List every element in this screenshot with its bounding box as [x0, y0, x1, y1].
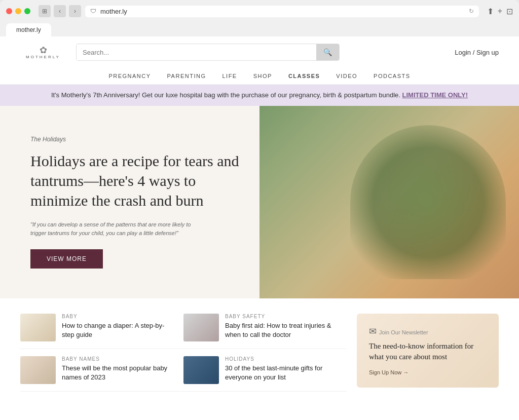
header-top: ✿ MOTHERLY 🔍 Login / Sign up: [20, 36, 499, 68]
security-icon: 🛡: [90, 8, 96, 15]
hero-category: The Holidays: [30, 136, 239, 143]
nav-video[interactable]: VIDEO: [336, 73, 357, 79]
hero-content: The Holidays Holidays are a recipe for t…: [0, 106, 260, 298]
nav-pregnancy[interactable]: PREGNANCY: [108, 73, 151, 79]
traffic-lights: [6, 8, 30, 14]
site-nav: PREGNANCY PARENTING LIFE SHOP CLASSES VI…: [20, 68, 499, 84]
address-bar[interactable]: 🛡 mother.ly ↻: [85, 6, 479, 17]
article-title[interactable]: These will be the most popular baby name…: [62, 364, 173, 382]
site-header: ✿ MOTHERLY 🔍 Login / Sign up PREGNANCY P…: [0, 36, 519, 85]
tabs-icon[interactable]: ⊡: [506, 7, 513, 16]
article-thumbnail: [183, 356, 219, 384]
article-meta: Holidays 30 of the best last-minute gift…: [225, 356, 337, 382]
browser-titlebar: ⊞ ‹ › 🛡 mother.ly ↻ ⬆ + ⊡: [6, 5, 513, 17]
article-col-right: Baby Safety Baby first aid: How to treat…: [183, 307, 347, 395]
hero-quote: "If you can develop a sense of the patte…: [30, 220, 193, 237]
site-logo[interactable]: ✿ MOTHERLY: [20, 46, 66, 59]
newsletter-signup-button[interactable]: Sign Up Now →: [369, 369, 487, 375]
website-content: ✿ MOTHERLY 🔍 Login / Sign up PREGNANCY P…: [0, 36, 519, 420]
refresh-icon[interactable]: ↻: [469, 8, 474, 15]
list-item[interactable]: Baby How to change a diaper: A step-by-s…: [20, 307, 183, 349]
hero-title: Holidays are a recipe for tears and tant…: [30, 151, 239, 210]
nav-podcasts[interactable]: PODCASTS: [374, 73, 411, 79]
email-icon: ✉ Join Our Newsletter: [369, 326, 487, 337]
list-item[interactable]: Holidays 30 of the best last-minute gift…: [183, 349, 347, 392]
promo-banner[interactable]: It's Motherly's 7th Anniversary! Get our…: [0, 85, 519, 106]
search-icon: 🔍: [323, 48, 332, 56]
hero-photo: [260, 106, 519, 298]
search-button[interactable]: 🔍: [316, 44, 339, 60]
article-thumbnail: [183, 314, 219, 341]
article-title[interactable]: 30 of the best last-minute gifts for eve…: [225, 364, 337, 382]
nav-life[interactable]: LIFE: [222, 73, 237, 79]
new-tab-icon[interactable]: +: [498, 7, 502, 16]
nav-parenting[interactable]: PARENTING: [167, 73, 206, 79]
share-icon[interactable]: ⬆: [487, 7, 494, 16]
nav-classes[interactable]: CLASSES: [288, 73, 320, 79]
article-category: Baby: [62, 314, 173, 319]
article-meta: Baby Safety Baby first aid: How to treat…: [225, 314, 337, 339]
nav-shop[interactable]: SHOP: [253, 73, 272, 79]
promo-text: It's Motherly's 7th Anniversary! Get our…: [51, 91, 400, 99]
login-link[interactable]: Login / Sign up: [455, 49, 499, 56]
search-bar[interactable]: 🔍: [76, 44, 340, 61]
article-meta: Baby Names These will be the most popula…: [62, 356, 173, 382]
article-meta: Baby How to change a diaper: A step-by-s…: [62, 314, 173, 339]
browser-actions: ⬆ + ⊡: [487, 7, 513, 16]
browser-chrome: ⊞ ‹ › 🛡 mother.ly ↻ ⬆ + ⊡ mother.ly: [0, 0, 519, 36]
newsletter-title: The need-to-know information for what yo…: [369, 341, 487, 362]
browser-tabs: mother.ly: [6, 23, 513, 36]
article-title[interactable]: Baby first aid: How to treat injuries & …: [225, 321, 337, 339]
article-grid: Baby How to change a diaper: A step-by-s…: [0, 298, 519, 403]
forward-button[interactable]: ›: [69, 5, 81, 17]
active-tab[interactable]: mother.ly: [6, 23, 51, 36]
fullscreen-button[interactable]: [24, 8, 30, 14]
list-item[interactable]: Baby Names These will be the most popula…: [20, 349, 183, 392]
search-input[interactable]: [77, 45, 316, 60]
hero-image: [260, 106, 519, 298]
article-category: Baby Safety: [225, 314, 337, 319]
promo-cta[interactable]: LIMITED TIME ONLY!: [402, 91, 468, 99]
article-category: Holidays: [225, 356, 337, 362]
list-item[interactable]: Baby Safety Baby first aid: How to treat…: [183, 307, 347, 349]
newsletter-card: ✉ Join Our Newsletter The need-to-know i…: [357, 314, 499, 388]
url-text: mother.ly: [100, 8, 127, 15]
close-button[interactable]: [6, 8, 12, 14]
article-title[interactable]: How to change a diaper: A step-by-step g…: [62, 321, 173, 339]
hero-cta-button[interactable]: View More: [30, 249, 103, 269]
logo-text: MOTHERLY: [26, 55, 60, 59]
browser-controls: ⊞ ‹ ›: [39, 5, 81, 17]
sidebar-toggle[interactable]: ⊞: [39, 5, 51, 17]
article-thumbnail: [20, 314, 56, 341]
minimize-button[interactable]: [15, 8, 21, 14]
hero-section: The Holidays Holidays are a recipe for t…: [0, 106, 519, 298]
article-category: Baby Names: [62, 356, 173, 362]
article-col-left: Baby How to change a diaper: A step-by-s…: [20, 307, 183, 395]
logo-icon: ✿: [40, 46, 47, 55]
article-thumbnail: [20, 356, 56, 384]
back-button[interactable]: ‹: [54, 5, 66, 17]
newsletter-label: Join Our Newsletter: [379, 329, 428, 335]
